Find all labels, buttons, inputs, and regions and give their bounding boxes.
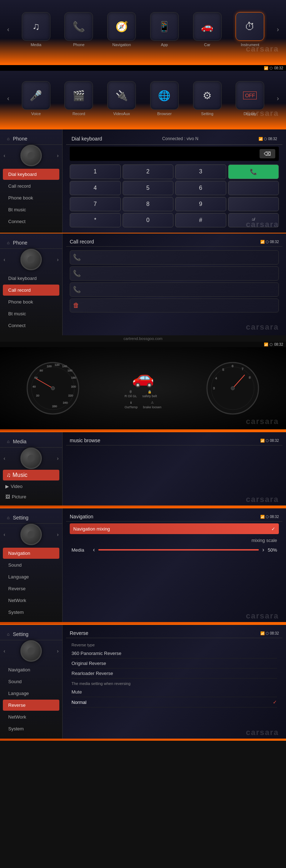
dial-btn-star[interactable]: * <box>70 213 121 227</box>
media-menu-video[interactable]: ▶ Video <box>0 481 62 492</box>
media-time: 08:32 <box>270 439 279 443</box>
phone-menu-phonebook[interactable]: Phone book <box>3 192 59 203</box>
scale-left-arrow-icon[interactable]: ‹ <box>93 547 95 553</box>
menu-item-browser[interactable]: 🌐 Browser <box>147 81 182 116</box>
dial-btn-7[interactable]: 7 <box>70 197 121 211</box>
reverse-media-mute[interactable]: Mute <box>72 687 277 697</box>
call-menu-connect[interactable]: Connect <box>3 320 59 331</box>
settings-menu-network[interactable]: NetWork <box>3 595 59 606</box>
media-menu-picture[interactable]: 🖼 Picture <box>0 492 62 502</box>
call-record-item-delete[interactable]: 🗑 <box>70 299 279 312</box>
brake-icon: ⚠ <box>143 400 162 405</box>
dial-btn-0[interactable]: 0 <box>123 213 174 227</box>
call-record-item-3[interactable]: 📞 <box>70 282 279 297</box>
menu-left-arrow[interactable]: ‹ <box>5 26 11 33</box>
car-icon: 🚗 <box>201 21 213 33</box>
settings-menu-system[interactable]: System <box>3 607 59 618</box>
dial-btn-9[interactable]: 9 <box>175 197 226 211</box>
reverse-option-rearloader[interactable]: Rearloader Reverse <box>72 669 277 679</box>
home-icon5[interactable]: ⌂ <box>5 631 11 637</box>
call-menu-dial[interactable]: Dial keyboard <box>3 273 59 284</box>
settings-menu-reverse[interactable]: Reverse <box>3 583 59 594</box>
reverse-media-normal[interactable]: Normal ✓ <box>72 697 277 707</box>
dial-btn-4[interactable]: 4 <box>70 181 121 195</box>
svg-text:8: 8 <box>249 376 251 379</box>
call-menu-phonebook[interactable]: Phone book <box>3 296 59 307</box>
reverse-type-label: Reverse type <box>72 643 277 647</box>
phone-menu-connect[interactable]: Connect <box>3 216 59 227</box>
dial-btn-6[interactable]: 6 <box>175 181 226 195</box>
settings-reverse-right-arrow[interactable]: › <box>55 646 60 656</box>
settings-reverse-left-arrow[interactable]: ‹ <box>2 646 7 656</box>
phone-section-header: ⌂ Phone <box>0 133 62 145</box>
call-panel-right-arrow[interactable]: › <box>55 255 60 264</box>
media-left-panel: ⌂ Media ‹ › ♫ Music ▶ Video 🖼 Picture <box>0 432 63 505</box>
settings-panel-right-arrow[interactable]: › <box>55 530 60 539</box>
home-icon3[interactable]: ⌂ <box>5 439 11 444</box>
svg-text:5: 5 <box>222 368 224 371</box>
backspace-button[interactable]: ⌫ <box>260 149 275 158</box>
dial-btn-2[interactable]: 2 <box>123 164 174 179</box>
phone-menu-dial[interactable]: Dial keyboard <box>3 169 59 180</box>
menu-item-videoaux[interactable]: 🔌 VideoAux <box>104 81 139 116</box>
call-panel-left-arrow[interactable]: ‹ <box>2 255 7 264</box>
settings-reverse-menu-system[interactable]: System <box>3 723 59 734</box>
voice-label: Voice <box>31 112 41 116</box>
settings-menu-navigation[interactable]: Navigation <box>3 548 59 559</box>
menu-item-record[interactable]: 🎬 Record <box>61 81 97 116</box>
call-menu-btmusic[interactable]: Bt music <box>3 308 59 319</box>
video-play-icon: ▶ <box>5 484 9 489</box>
reverse-option-360[interactable]: 360 Panoramic Reverse <box>72 648 277 659</box>
dial-btn-5[interactable]: 5 <box>123 181 174 195</box>
dial-btn-8[interactable]: 8 <box>123 197 174 211</box>
home-icon2[interactable]: ⌂ <box>5 240 11 246</box>
menu-item-media[interactable]: ♫ Media <box>18 12 54 47</box>
reverse-option-original[interactable]: Original Reverse <box>72 659 277 669</box>
settings-menu-language[interactable]: Language <box>3 571 59 582</box>
dial-btn-hash[interactable]: # <box>175 213 226 227</box>
menu-item-app[interactable]: 📱 App <box>147 12 182 47</box>
media-panel-right-arrow[interactable]: › <box>55 454 60 463</box>
settings-reverse-menu-reverse[interactable]: Reverse <box>3 700 59 711</box>
call-menu-call-record[interactable]: Call record <box>3 285 59 296</box>
call-record-item-1[interactable]: 📞 <box>70 250 279 265</box>
phone-menu-call-record[interactable]: Call record <box>3 181 59 192</box>
home-icon4[interactable]: ⌂ <box>5 515 11 521</box>
secondary-left-arrow[interactable]: ‹ <box>5 95 11 102</box>
nav-mixing-bar[interactable]: Navigation mixing ✓ <box>70 523 279 534</box>
app-icon: 📱 <box>158 21 171 33</box>
settings-panel-left-arrow[interactable]: ‹ <box>2 530 7 539</box>
call-record-icon-3: 📞 <box>73 286 81 294</box>
dial-btn-3[interactable]: 3 <box>175 164 226 179</box>
menu-right-arrow[interactable]: › <box>275 26 281 33</box>
home-icon[interactable]: ⌂ <box>5 136 11 142</box>
menu-item-navigation[interactable]: 🧭 Navigation <box>104 12 139 47</box>
scale-right-arrow-icon[interactable]: › <box>262 547 264 553</box>
media-panel-left-arrow[interactable]: ‹ <box>2 454 7 463</box>
menu-item-setting[interactable]: ⚙ Setting <box>189 81 225 116</box>
car-label: Car <box>204 43 211 47</box>
settings-reverse-menu-sound[interactable]: Sound <box>3 676 59 687</box>
menu-item-phone[interactable]: 📞 Phone <box>61 12 97 47</box>
browser-label: Browser <box>157 112 172 116</box>
instr-time: 08:32 <box>274 342 283 346</box>
dial-btn-call[interactable]: 📞 <box>228 164 279 179</box>
menu-item-car[interactable]: 🚗 Car <box>189 12 225 47</box>
settings-reverse-menu-navigation[interactable]: Navigation <box>3 664 59 675</box>
phone-menu-btmusic[interactable]: Bt music <box>3 204 59 215</box>
dial-btn-1[interactable]: 1 <box>70 164 121 179</box>
menu-item-instrument[interactable]: ⏱ Instrument <box>232 12 268 47</box>
dial-btn-special[interactable]: ⌂/ <box>228 213 279 227</box>
settings-menu-sound[interactable]: Sound <box>3 559 59 571</box>
menu-item-display[interactable]: OFF Display <box>232 81 268 116</box>
panel-right-arrow[interactable]: › <box>55 151 60 160</box>
phone-label: Phone <box>73 43 84 47</box>
panel-left-arrow[interactable]: ‹ <box>2 151 7 160</box>
media-menu-music[interactable]: ♫ Music <box>3 470 59 480</box>
secondary-right-arrow[interactable]: › <box>275 95 281 102</box>
call-record-item-2[interactable]: 📞 <box>70 266 279 281</box>
settings-reverse-menu-language[interactable]: Language <box>3 688 59 699</box>
dial-grid: 1 2 3 📞 4 5 6 7 8 9 * 0 # ⌂/ <box>66 163 282 229</box>
menu-item-voice[interactable]: 🎤 Voice <box>18 81 54 116</box>
settings-reverse-menu-network[interactable]: NetWork <box>3 711 59 722</box>
